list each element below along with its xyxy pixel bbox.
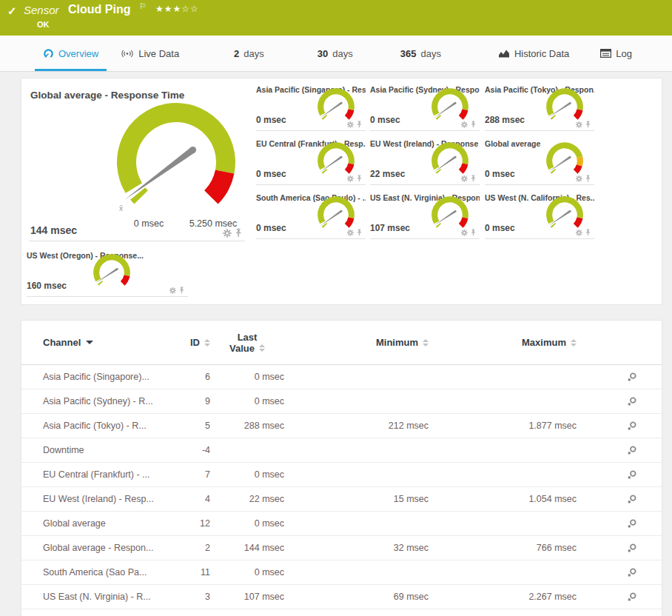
cell-last-value: 0 msec — [210, 518, 284, 529]
mini-gauge-value: 107 msec — [370, 223, 410, 233]
gear-icon[interactable] — [223, 229, 232, 238]
pin-icon[interactable] — [235, 228, 242, 238]
tab-365-days[interactable]: 365days — [392, 36, 449, 71]
gauge-min-label: 0 msec — [134, 218, 164, 229]
tab-historic-data[interactable]: Historic Data — [490, 36, 577, 71]
tab-label: Overview — [58, 48, 98, 59]
channel-settings-button[interactable] — [611, 396, 653, 406]
mini-gauge-value: 0 msec — [370, 115, 400, 125]
mini-gauge-cell: Asia Pacific (Tokyo) - Respon...288 msec — [485, 83, 594, 131]
table-row[interactable]: South America (Sao Pa...110 msec — [21, 560, 662, 585]
gear-icon[interactable] — [347, 229, 354, 235]
cell-id: 7 — [169, 469, 210, 480]
channel-settings-button[interactable] — [611, 494, 653, 504]
gear-icon[interactable] — [576, 121, 582, 127]
sensor-name: Cloud Ping — [68, 3, 130, 16]
status-check-icon: ✓ — [7, 4, 17, 18]
column-header-last-value[interactable]: Last Value — [210, 332, 284, 354]
channel-settings-button[interactable] — [611, 372, 653, 382]
cell-channel: Asia Pacific (Singapore)... — [43, 372, 169, 382]
mini-gauge — [315, 86, 357, 121]
pin-icon[interactable] — [357, 229, 363, 236]
tab-30-days[interactable]: 30days — [309, 36, 361, 71]
gear-icon[interactable] — [461, 175, 468, 181]
table-row[interactable]: EU West (Ireland) - Resp...422 msec15 ms… — [21, 487, 662, 512]
sensor-status-badge: OK — [37, 20, 50, 29]
mini-gauge-value: 160 msec — [27, 281, 67, 291]
tab-label: days — [332, 48, 352, 59]
channel-settings-button[interactable] — [611, 567, 653, 578]
gear-icon[interactable] — [347, 175, 354, 181]
pin-icon[interactable] — [471, 175, 477, 182]
channel-settings-button[interactable] — [611, 543, 653, 553]
tab-overview[interactable]: Overview — [35, 36, 107, 71]
mini-gauge-value: 0 msec — [485, 223, 515, 233]
tab-label: Historic Data — [514, 48, 569, 59]
gear-icon[interactable] — [576, 175, 582, 181]
column-header-minimum[interactable]: Minimum — [284, 337, 429, 348]
gear-icon[interactable] — [576, 229, 582, 235]
column-header-id[interactable]: ID — [169, 337, 210, 348]
table-row[interactable]: Asia Pacific (Tokyo) - R...5288 msec212 … — [21, 414, 662, 438]
sensor-tabbar: OverviewLive Data2days30days365daysHisto… — [0, 36, 672, 72]
pin-icon[interactable] — [585, 229, 591, 236]
channel-settings-button[interactable] — [611, 421, 653, 431]
table-row[interactable]: Global average120 msec — [21, 512, 662, 536]
cell-maximum: 2.267 msec — [429, 592, 577, 602]
sort-icon — [259, 344, 265, 352]
mini-gauge — [429, 86, 471, 121]
pin-icon[interactable] — [357, 121, 363, 128]
cell-maximum: 1.877 msec — [429, 421, 577, 431]
pin-icon[interactable] — [471, 121, 477, 128]
pin-icon[interactable] — [179, 287, 185, 294]
cell-channel: Global average — [43, 518, 169, 529]
cell-channel: US East (N. Virginia) - R... — [43, 592, 169, 602]
cell-id: 4 — [169, 494, 210, 504]
average-marker: x̄ — [119, 204, 123, 212]
channels-table-header: Channel ID Last Value Minimum Maximum — [21, 321, 662, 365]
cell-minimum: 15 msec — [284, 494, 429, 504]
cell-maximum: 766 msec — [429, 543, 577, 553]
gauge-max-label: 5.250 msec — [189, 218, 238, 229]
table-row[interactable]: Global average - Respon...2144 msec32 ms… — [21, 536, 662, 560]
channels-table-body: Asia Pacific (Singapore)...60 msecAsia P… — [21, 365, 662, 609]
pin-icon[interactable] — [585, 175, 591, 182]
table-row[interactable]: EU Central (Frankfurt) - ...70 msec — [21, 463, 662, 487]
channels-table-panel: Channel ID Last Value Minimum Maximum As… — [21, 320, 662, 616]
mini-gauge-value: 0 msec — [256, 115, 286, 125]
column-header-maximum[interactable]: Maximum — [429, 337, 577, 348]
column-header-channel[interactable]: Channel — [43, 337, 169, 348]
channel-settings-button[interactable] — [611, 518, 653, 529]
tab-label: days — [420, 48, 440, 59]
cell-id: 9 — [169, 396, 210, 406]
channel-settings-button[interactable] — [611, 469, 653, 480]
pin-icon[interactable] — [357, 175, 363, 182]
pin-icon[interactable] — [585, 121, 591, 128]
priority-flag-icon[interactable]: ⚐ — [139, 1, 147, 11]
table-row[interactable]: Asia Pacific (Sydney) - R...90 msec — [21, 389, 662, 414]
gear-icon[interactable] — [347, 121, 354, 127]
mini-gauge — [315, 140, 357, 175]
cell-last-value: 107 msec — [210, 592, 284, 602]
gear-icon[interactable] — [169, 287, 176, 293]
gear-icon[interactable] — [461, 229, 468, 235]
pin-icon[interactable] — [471, 229, 477, 236]
mini-gauge — [91, 252, 132, 287]
channel-settings-button[interactable] — [611, 592, 653, 602]
cell-minimum: 32 msec — [284, 543, 429, 553]
cell-channel: Asia Pacific (Tokyo) - R... — [43, 421, 169, 431]
table-row[interactable]: Downtime-4 — [21, 438, 662, 463]
cell-channel: South America (Sao Pa... — [43, 567, 169, 578]
channel-settings-button[interactable] — [611, 445, 653, 455]
gear-icon[interactable] — [461, 121, 468, 127]
tab-2-days[interactable]: 2days — [226, 36, 272, 71]
cell-last-value: 0 msec — [210, 469, 284, 480]
tab-log[interactable]: Log — [592, 36, 640, 71]
table-row[interactable]: US East (N. Virginia) - R...3107 msec69 … — [21, 585, 662, 609]
priority-stars[interactable]: ★★★☆☆ — [155, 4, 199, 14]
mini-gauge-cell: Asia Pacific (Sydney) - Respo...0 msec — [370, 83, 480, 131]
mini-gauge-cell: US East (N. Virginia) - Respon...107 mse… — [370, 191, 480, 239]
cell-channel: EU Central (Frankfurt) - ... — [43, 469, 169, 480]
table-row[interactable]: Asia Pacific (Singapore)...60 msec — [21, 365, 662, 389]
tab-live-data[interactable]: Live Data — [112, 36, 187, 71]
